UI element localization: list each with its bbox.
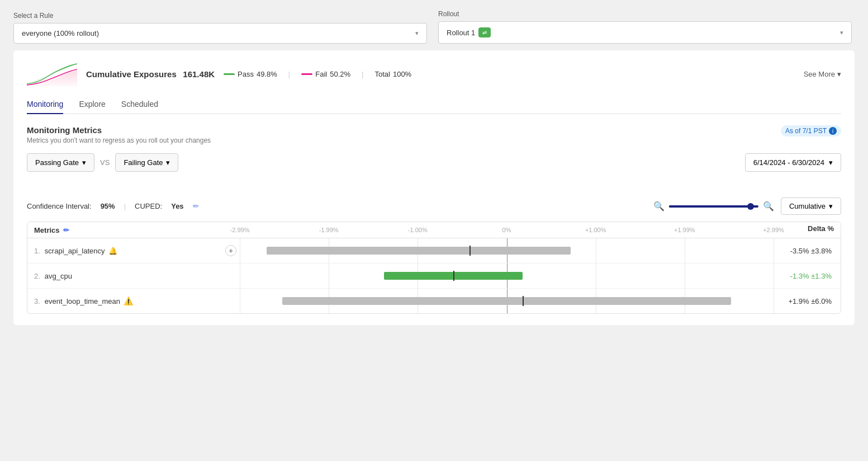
failing-gate-button[interactable]: Failing Gate ▾ bbox=[115, 153, 178, 172]
cumulative-button[interactable]: Cumulative ▾ bbox=[781, 197, 841, 215]
xal-2: -1.00% bbox=[408, 227, 428, 233]
grid-line-6c bbox=[774, 289, 774, 313]
xal-0: -2.99% bbox=[230, 227, 250, 233]
metric-num-1: 1. bbox=[34, 247, 40, 255]
add-metric-button[interactable]: + bbox=[225, 245, 236, 256]
chart-cell-2 bbox=[240, 264, 774, 288]
rule-chevron-icon: ▾ bbox=[415, 30, 419, 37]
passing-gate-chevron-icon: ▾ bbox=[82, 158, 86, 167]
bar-container-1: + bbox=[240, 238, 774, 263]
bell-icon: 🔔 bbox=[108, 247, 117, 255]
zoom-in-icon[interactable]: 🔍 bbox=[763, 201, 774, 211]
warning-icon: ⚠️ bbox=[124, 297, 133, 305]
tab-monitoring[interactable]: Monitoring bbox=[27, 95, 63, 114]
metrics-description: Metrics you don't want to regress as you… bbox=[27, 137, 211, 144]
xal-1: -1.99% bbox=[319, 227, 339, 233]
metric-num-3: 3. bbox=[34, 297, 40, 305]
chart-cell-3 bbox=[240, 289, 774, 313]
mini-chart bbox=[27, 62, 77, 86]
metrics-table: Metrics ✏ -2.99% -1.99% -1.00% 0% +1.00%… bbox=[27, 222, 841, 314]
pass-label: Pass bbox=[238, 70, 254, 78]
metric-name-3: event_loop_time_mean bbox=[45, 297, 120, 305]
vs-label: VS bbox=[100, 158, 110, 167]
pass-pct: 49.8% bbox=[257, 70, 277, 78]
rollout-chevron-icon: ▾ bbox=[840, 29, 843, 36]
xal-6: +2.99% bbox=[763, 227, 784, 233]
failing-gate-label: Failing Gate bbox=[124, 158, 163, 167]
rollout-value: Rollout 1 bbox=[447, 29, 475, 37]
xal-5: +1.99% bbox=[674, 227, 695, 233]
rule-select[interactable]: everyone (100% rollout) ▾ bbox=[13, 23, 427, 44]
ci-sep: | bbox=[124, 202, 126, 210]
rollout-select[interactable]: Rollout 1 ⇌ ▾ bbox=[438, 21, 852, 44]
metric-name-1: scrapi_api_latency bbox=[45, 247, 105, 255]
legend-sep2: | bbox=[362, 70, 363, 78]
metric-name-cell-3: 3. event_loop_time_mean ⚠️ bbox=[27, 292, 240, 310]
xal-3: 0% bbox=[502, 227, 511, 233]
grid-line-6b bbox=[774, 264, 774, 288]
zoom-slider[interactable] bbox=[669, 205, 758, 208]
date-range-label: 6/14/2024 - 6/30/2024 bbox=[753, 158, 824, 167]
rollout-status-icon: ⇌ bbox=[478, 27, 491, 37]
grid-line-5 bbox=[685, 238, 685, 263]
grid-line-5b bbox=[685, 264, 685, 288]
grid-line-0c bbox=[240, 289, 240, 313]
see-more-label: See More bbox=[804, 70, 835, 78]
grid-line-1b bbox=[329, 264, 329, 288]
cumulative-chevron-icon: ▾ bbox=[829, 202, 833, 210]
zoom-out-icon[interactable]: 🔍 bbox=[653, 201, 665, 211]
exposures-left: Cumulative Exposures 161.48K Pass 49.8% … bbox=[27, 62, 411, 86]
table-row: 1. scrapi_api_latency 🔔 bbox=[27, 238, 841, 264]
confidence-value: 95% bbox=[101, 202, 115, 210]
controls-row: Passing Gate ▾ VS Failing Gate ▾ 6/14/20… bbox=[27, 153, 841, 172]
total-pct: 100% bbox=[393, 70, 411, 78]
exposures-title: Cumulative Exposures bbox=[86, 69, 177, 79]
zoom-and-cumulative: 🔍 🔍 Cumulative ▾ bbox=[653, 197, 841, 215]
delta-2: -1.3% ±1.3% bbox=[774, 272, 841, 280]
cuped-label: CUPED: bbox=[135, 202, 162, 210]
legend-pass: Pass 49.8% bbox=[224, 70, 277, 78]
chart-cell-1: + bbox=[240, 238, 774, 263]
bar-container-2 bbox=[240, 264, 774, 288]
metrics-edit-icon[interactable]: ✏ bbox=[63, 226, 69, 234]
metric-num-2: 2. bbox=[34, 272, 40, 280]
metric-name-cell-1: 1. scrapi_api_latency 🔔 bbox=[27, 242, 240, 260]
pass-line-icon bbox=[224, 73, 235, 75]
rule-value: everyone (100% rollout) bbox=[22, 29, 99, 37]
date-range-button[interactable]: 6/14/2024 - 6/30/2024 ▾ bbox=[745, 153, 841, 172]
grid-line-0b bbox=[240, 264, 240, 288]
rollout-label: Rollout bbox=[438, 10, 852, 18]
top-bar: Select a Rule everyone (100% rollout) ▾ … bbox=[0, 0, 868, 50]
metric-name-2: avg_cpu bbox=[45, 272, 72, 280]
metric-name-cell-2: 2. avg_cpu bbox=[27, 267, 240, 285]
grid-line-4 bbox=[596, 238, 596, 263]
center-3 bbox=[523, 296, 524, 306]
xal-4: +1.00% bbox=[585, 227, 606, 233]
exposures-count: 161.48K bbox=[183, 69, 215, 79]
th-metrics: Metrics ✏ bbox=[27, 222, 240, 238]
failing-gate-chevron-icon: ▾ bbox=[166, 158, 170, 167]
tab-explore[interactable]: Explore bbox=[79, 95, 105, 114]
tab-scheduled[interactable]: Scheduled bbox=[121, 95, 158, 114]
metrics-info: Monitoring Metrics Metrics you don't wan… bbox=[27, 125, 211, 144]
passing-gate-button[interactable]: Passing Gate ▾ bbox=[27, 153, 94, 172]
metrics-col-label: Metrics bbox=[34, 226, 60, 234]
see-more-button[interactable]: See More ▾ bbox=[804, 70, 841, 78]
rollout-badge: Rollout 1 ⇌ bbox=[447, 27, 491, 37]
fail-line-icon bbox=[301, 73, 312, 75]
cuped-edit-icon[interactable]: ✏ bbox=[193, 202, 199, 210]
rule-group: Select a Rule everyone (100% rollout) ▾ bbox=[13, 12, 427, 44]
confidence-label: Confidence Interval: bbox=[27, 202, 92, 210]
chart-controls-row: Confidence Interval: 95% | CUPED: Yes ✏ … bbox=[27, 197, 841, 215]
as-of-badge: As of 7/1 PST i bbox=[781, 125, 841, 137]
zoom-track bbox=[669, 205, 751, 208]
main-card: Cumulative Exposures 161.48K Pass 49.8% … bbox=[13, 50, 855, 325]
cuped-value: Yes bbox=[171, 202, 183, 210]
rollout-group: Rollout Rollout 1 ⇌ ▾ bbox=[438, 10, 852, 44]
legend-total: Total 100% bbox=[374, 70, 411, 78]
metrics-title: Monitoring Metrics bbox=[27, 125, 211, 135]
fail-label: Fail bbox=[315, 70, 327, 78]
zoom-thumb bbox=[747, 203, 754, 210]
rule-label: Select a Rule bbox=[13, 12, 427, 20]
exposures-title-group: Cumulative Exposures 161.48K bbox=[86, 69, 215, 79]
